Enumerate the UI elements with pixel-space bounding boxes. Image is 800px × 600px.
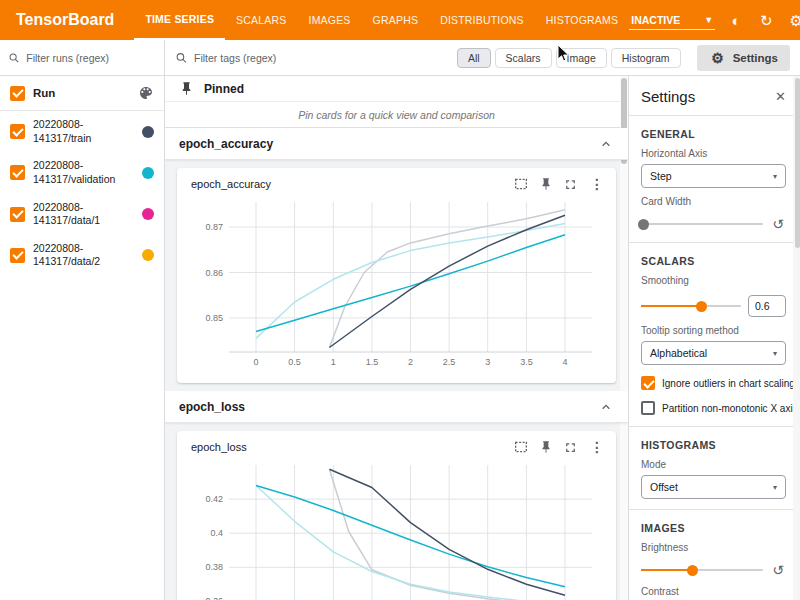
run-row-20220808-141317-validation[interactable]: 20220808-141317/validation xyxy=(0,152,164,193)
run-row-20220808-141317-train[interactable]: 20220808-141317/train xyxy=(0,111,164,152)
fullscreen-icon[interactable] xyxy=(563,177,578,192)
settings-title-row: Settings ✕ xyxy=(641,76,786,115)
scalar-card-epoch-accuracy: epoch_accuracy⋮00.511.522.533.540.850.86… xyxy=(177,168,616,383)
collapse-icon[interactable] xyxy=(598,136,614,152)
svg-text:0.5: 0.5 xyxy=(288,357,301,367)
filter-chip-all[interactable]: All xyxy=(457,48,491,68)
svg-text:4: 4 xyxy=(562,357,567,367)
run-checkbox[interactable] xyxy=(10,207,25,222)
checkbox-icon xyxy=(641,376,655,390)
smoothing-slider[interactable] xyxy=(641,300,741,312)
tooltip-sorting-select[interactable]: Alphabetical▾ xyxy=(641,341,786,365)
dropdown-arrow-icon: ▾ xyxy=(773,172,777,181)
pin-card-icon[interactable] xyxy=(539,440,553,454)
right-column: AllScalarsImageHistogram ⚙ Settings Pinn… xyxy=(165,40,800,600)
topbar-right: INACTIVE ▼ ◐ ↻ ⚙ ? xyxy=(629,11,800,30)
tag-group-header-epoch-loss[interactable]: epoch_loss xyxy=(165,391,628,423)
runs-list: 20220808-141317/train20220808-141317/val… xyxy=(0,111,164,276)
ignore-outliers-checkbox[interactable]: Ignore outliers in chart scaling xyxy=(641,376,786,390)
theme-toggle-icon[interactable]: ◐ xyxy=(727,13,745,28)
settings-button[interactable]: ⚙ Settings xyxy=(697,45,790,71)
run-label: 20220808-141317/validation xyxy=(33,159,134,186)
dropdown-arrow-icon: ▾ xyxy=(773,483,777,492)
settings-section-images: IMAGES xyxy=(641,522,786,534)
refresh-icon[interactable]: ↻ xyxy=(757,13,775,28)
scalar-card-epoch-loss: epoch_loss⋮00.511.522.533.540.360.380.40… xyxy=(177,431,616,600)
tab-graphs[interactable]: GRAPHS xyxy=(362,0,430,40)
tab-images[interactable]: IMAGES xyxy=(298,0,362,40)
tooltip-sorting-label: Tooltip sorting method xyxy=(641,325,786,336)
collapse-icon[interactable] xyxy=(598,399,614,415)
tooltip-sorting-value: Alphabetical xyxy=(650,347,707,359)
gear-icon[interactable]: ⚙ xyxy=(787,13,800,28)
line-chart-epoch-loss[interactable]: 00.511.522.533.540.360.380.40.42 xyxy=(187,459,606,600)
run-checkbox[interactable] xyxy=(10,165,25,180)
tab-distributions[interactable]: DISTRIBUTIONS xyxy=(429,0,535,40)
reload-status-select[interactable]: INACTIVE ▼ xyxy=(629,11,715,30)
svg-text:0.42: 0.42 xyxy=(205,494,223,504)
pin-card-icon[interactable] xyxy=(539,177,553,191)
filter-tags-input[interactable] xyxy=(194,52,449,64)
smoothing-row: 0.6 xyxy=(641,295,786,317)
line-chart-epoch-accuracy[interactable]: 00.511.522.533.540.850.860.87 xyxy=(187,196,606,372)
svg-text:3: 3 xyxy=(485,357,490,367)
contrast-label: Contrast xyxy=(641,586,786,597)
svg-text:1: 1 xyxy=(331,357,336,367)
app-title: TensorBoard xyxy=(16,11,114,29)
fit-domain-icon[interactable] xyxy=(513,439,529,455)
more-options-icon[interactable]: ⋮ xyxy=(588,176,606,192)
horizontal-axis-label: Horizontal Axis xyxy=(641,148,786,159)
filter-runs-input[interactable] xyxy=(26,52,156,64)
palette-icon[interactable] xyxy=(138,85,154,101)
run-checkbox[interactable] xyxy=(10,248,25,263)
filter-chip-image[interactable]: Image xyxy=(556,48,607,68)
select-all-runs-checkbox[interactable] xyxy=(10,86,25,101)
filter-chip-histogram[interactable]: Histogram xyxy=(611,48,681,68)
settings-scrollbar[interactable] xyxy=(793,76,800,600)
reset-icon[interactable]: ↺ xyxy=(770,216,786,232)
checkbox-icon xyxy=(641,401,655,415)
more-options-icon[interactable]: ⋮ xyxy=(588,439,606,455)
fit-domain-icon[interactable] xyxy=(513,176,529,192)
run-color-dot xyxy=(142,208,154,220)
histogram-mode-select[interactable]: Offset▾ xyxy=(641,475,786,499)
card-actions: ⋮ xyxy=(513,176,606,192)
tab-histograms[interactable]: HISTOGRAMS xyxy=(535,0,629,40)
tag-group-header-epoch-accuracy[interactable]: epoch_accuracy xyxy=(165,128,628,160)
partition-x-axis-checkbox[interactable]: Partition non-monotonic X axis? xyxy=(641,401,786,415)
run-color-dot xyxy=(142,167,154,179)
run-row-20220808-141317-data-1[interactable]: 20220808-141317/data/1 xyxy=(0,194,164,235)
body: Run 20220808-141317/train20220808-141317… xyxy=(0,40,800,600)
svg-text:0: 0 xyxy=(253,357,258,367)
horizontal-axis-select[interactable]: Step▾ xyxy=(641,164,786,188)
scrollbar-thumb[interactable] xyxy=(795,78,800,248)
brightness-slider[interactable] xyxy=(641,564,763,576)
tab-time-series[interactable]: TIME SERIES xyxy=(134,0,225,40)
series-train-smoothed xyxy=(329,215,565,347)
divider xyxy=(629,242,800,243)
svg-text:1.5: 1.5 xyxy=(366,357,379,367)
fullscreen-icon[interactable] xyxy=(563,440,578,455)
filter-chip-scalars[interactable]: Scalars xyxy=(495,48,552,68)
svg-text:0.86: 0.86 xyxy=(205,268,223,278)
run-row-20220808-141317-data-2[interactable]: 20220808-141317/data/2 xyxy=(0,235,164,276)
close-icon[interactable]: ✕ xyxy=(775,89,786,104)
search-icon xyxy=(8,51,20,65)
tab-scalars[interactable]: SCALARS xyxy=(225,0,297,40)
filter-runs-box xyxy=(0,40,164,76)
pinned-section-header[interactable]: Pinned xyxy=(165,76,628,102)
reload-status-value: INACTIVE xyxy=(631,14,680,26)
dropdown-arrow-icon: ▼ xyxy=(704,15,713,25)
settings-panel-title: Settings xyxy=(641,88,695,105)
tag-toolbar: AllScalarsImageHistogram ⚙ Settings xyxy=(165,40,800,76)
smoothing-value-input[interactable]: 0.6 xyxy=(748,295,786,317)
run-checkbox[interactable] xyxy=(10,124,25,139)
run-label: 20220808-141317/data/2 xyxy=(33,242,134,269)
reset-icon[interactable]: ↺ xyxy=(770,562,786,578)
histogram-mode-value: Offset xyxy=(650,481,678,493)
card-width-slider[interactable] xyxy=(641,218,763,230)
svg-text:0.85: 0.85 xyxy=(205,313,223,323)
partition-x-axis-label: Partition non-monotonic X axis xyxy=(662,403,798,414)
svg-text:3.5: 3.5 xyxy=(520,357,533,367)
search-icon xyxy=(175,51,188,65)
